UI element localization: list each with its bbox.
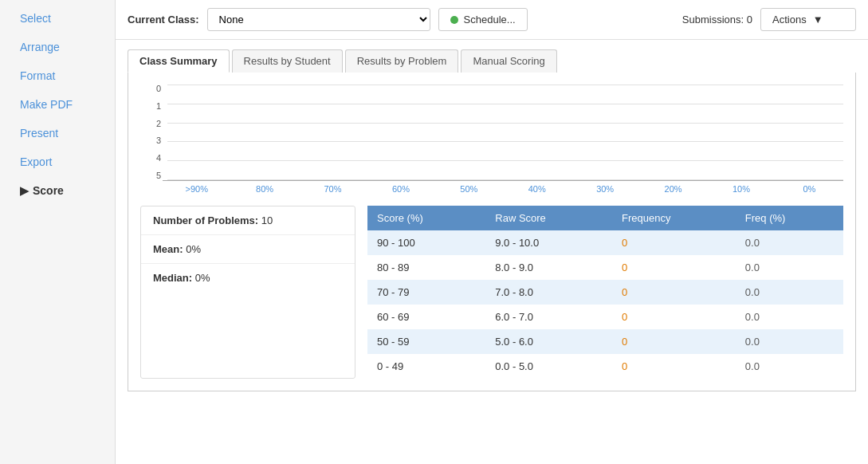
chart-grid [167, 85, 843, 180]
cell-freq-1: 0 [612, 255, 736, 280]
table-row: 70 - 79 7.0 - 8.0 0 0.0 [367, 280, 843, 305]
num-problems-value: 10 [261, 214, 273, 226]
table-row: 60 - 69 6.0 - 7.0 0 0.0 [367, 305, 843, 329]
sidebar-item-arrange[interactable]: Arrange [0, 33, 115, 61]
sidebar-item-format[interactable]: Format [0, 61, 115, 90]
submissions-label: Submissions: [682, 14, 744, 26]
y-label-3: 3 [156, 136, 161, 145]
median-stat: Median: 0% [141, 264, 355, 292]
cell-freq-pct-4: 0.0 [736, 329, 843, 354]
sidebar-item-select[interactable]: Select [0, 4, 115, 33]
cell-freq-pct-3: 0.0 [736, 305, 843, 329]
median-value: 0% [195, 272, 210, 284]
submissions-count: 0 [747, 14, 752, 26]
table-row: 0 - 49 0.0 - 5.0 0 0.0 [367, 354, 843, 379]
tab-bar: Class Summary Results by Student Results… [128, 49, 856, 73]
col-header-freq-pct: Freq (%) [736, 206, 843, 230]
class-select-dropdown[interactable]: None [207, 8, 430, 31]
stats-box: Number of Problems: 10 Mean: 0% Median: … [140, 206, 355, 379]
x-axis: >90% 80% 70% 60% 50% 40% 30% 20% 10% 0% [163, 181, 843, 194]
cell-raw-4: 5.0 - 6.0 [485, 329, 612, 354]
x-label-30: 30% [571, 184, 638, 194]
schedule-button[interactable]: Schedule... [438, 8, 528, 31]
cell-raw-3: 6.0 - 7.0 [485, 305, 612, 329]
tab-results-by-problem[interactable]: Results by Problem [345, 49, 459, 73]
sidebar-item-export[interactable]: Export [0, 147, 115, 176]
bar-chart: 5 4 3 2 1 0 [156, 85, 843, 180]
chart-plot-area [167, 85, 843, 180]
num-problems-label: Number of Problems: [153, 214, 258, 226]
actions-button-label: Actions [772, 14, 807, 26]
chart-container: 5 4 3 2 1 0 [128, 73, 856, 391]
x-label-70: 70% [299, 184, 367, 194]
sidebar-item-make-pdf[interactable]: Make PDF [0, 90, 115, 119]
grid-line-3 [167, 123, 843, 124]
col-header-frequency: Frequency [612, 206, 736, 230]
y-label-4: 4 [156, 154, 161, 163]
sidebar: Select Arrange Format Make PDF Present E… [0, 0, 116, 464]
grid-line-1 [167, 160, 843, 161]
cell-freq-0: 0 [612, 230, 736, 255]
submissions-display: Submissions: 0 [682, 14, 752, 26]
x-label-0: 0% [776, 184, 843, 194]
cell-raw-1: 8.0 - 9.0 [485, 255, 612, 280]
cell-score-0: 90 - 100 [367, 230, 485, 255]
current-class-label: Current Class: [128, 14, 199, 26]
tab-manual-scoring[interactable]: Manual Scoring [461, 49, 556, 73]
score-table-body: 90 - 100 9.0 - 10.0 0 0.0 80 - 89 8.0 - … [367, 230, 843, 379]
y-label-5: 5 [156, 171, 161, 180]
cell-freq-5: 0 [612, 354, 736, 379]
median-label: Median: [153, 272, 192, 284]
content-area: Class Summary Results by Student Results… [116, 40, 868, 401]
col-header-score-pct: Score (%) [367, 206, 485, 230]
x-label-gt90: >90% [163, 184, 230, 194]
grid-line-0 [167, 179, 843, 180]
cell-freq-pct-1: 0.0 [736, 255, 843, 280]
x-label-20: 20% [639, 184, 707, 194]
grid-line-5 [167, 85, 843, 85]
cell-raw-0: 9.0 - 10.0 [485, 230, 612, 255]
cell-freq-3: 0 [612, 305, 736, 329]
score-arrow-icon: ▶ [20, 184, 29, 197]
cell-raw-2: 7.0 - 8.0 [485, 280, 612, 305]
table-row: 90 - 100 9.0 - 10.0 0 0.0 [367, 230, 843, 255]
cell-raw-5: 0.0 - 5.0 [485, 354, 612, 379]
num-problems-stat: Number of Problems: 10 [141, 206, 355, 235]
lower-section: Number of Problems: 10 Mean: 0% Median: … [140, 206, 843, 379]
tab-results-by-student[interactable]: Results by Student [232, 49, 343, 73]
y-label-0: 0 [156, 85, 161, 93]
table-row: 50 - 59 5.0 - 6.0 0 0.0 [367, 329, 843, 354]
sidebar-item-score[interactable]: ▶ Score [0, 176, 115, 205]
cell-score-2: 70 - 79 [367, 280, 485, 305]
score-table: Score (%) Raw Score Frequency Freq (%) 9… [367, 206, 843, 379]
table-header-row: Score (%) Raw Score Frequency Freq (%) [367, 206, 843, 230]
cell-score-1: 80 - 89 [367, 255, 485, 280]
y-label-2: 2 [156, 120, 161, 128]
sidebar-item-score-label: Score [33, 184, 64, 197]
header-bar: Current Class: None Schedule... Submissi… [116, 0, 868, 40]
y-axis: 5 4 3 2 1 0 [156, 85, 161, 180]
x-label-50: 50% [435, 184, 503, 194]
schedule-status-dot [450, 16, 458, 24]
cell-score-5: 0 - 49 [367, 354, 485, 379]
actions-button[interactable]: Actions ▼ [760, 8, 856, 31]
y-label-1: 1 [156, 102, 161, 111]
cell-score-4: 50 - 59 [367, 329, 485, 354]
cell-freq-2: 0 [612, 280, 736, 305]
cell-freq-pct-0: 0.0 [736, 230, 843, 255]
mean-stat: Mean: 0% [141, 235, 355, 264]
x-label-60: 60% [367, 184, 434, 194]
grid-line-4 [167, 104, 843, 104]
sidebar-item-present[interactable]: Present [0, 119, 115, 147]
x-label-10: 10% [707, 184, 775, 194]
cell-freq-pct-5: 0.0 [736, 354, 843, 379]
x-label-40: 40% [503, 184, 571, 194]
cell-freq-4: 0 [612, 329, 736, 354]
actions-dropdown-icon: ▼ [813, 14, 823, 26]
cell-score-3: 60 - 69 [367, 305, 485, 329]
cell-freq-pct-2: 0.0 [736, 280, 843, 305]
x-label-80: 80% [230, 184, 298, 194]
tab-class-summary[interactable]: Class Summary [128, 49, 230, 73]
mean-label: Mean: [153, 243, 183, 255]
grid-line-2 [167, 141, 843, 142]
